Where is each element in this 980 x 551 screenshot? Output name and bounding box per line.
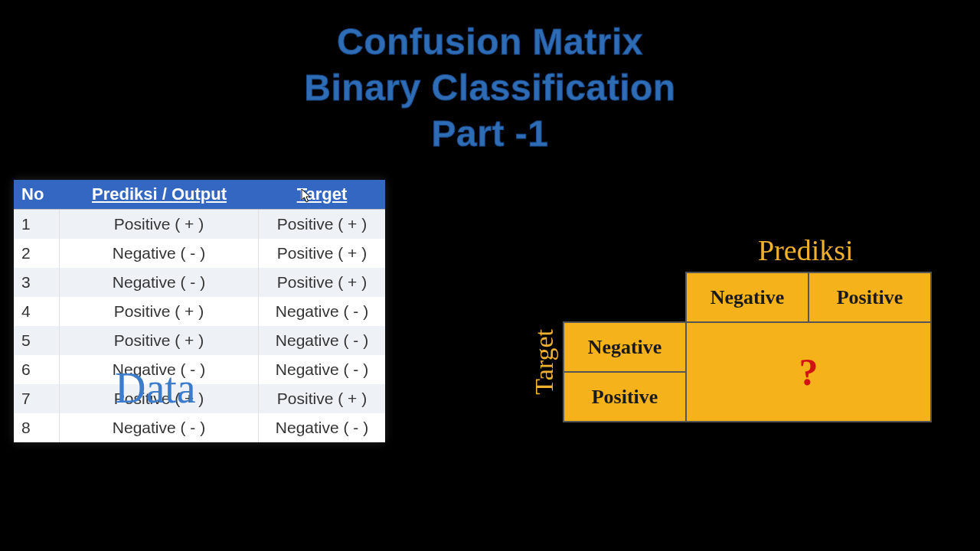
header-prediksi: Prediksi / Output	[60, 180, 259, 209]
table-row: 7Positive ( + )Positive ( + )	[14, 384, 385, 413]
table-row: 1Positive ( + )Positive ( + )	[14, 210, 385, 239]
cell-target: Positive ( + )	[259, 384, 385, 413]
cell-prediksi: Positive ( + )	[60, 297, 259, 326]
cell-target: Positive ( + )	[259, 210, 385, 239]
data-overlay-label: Data	[115, 364, 196, 412]
cm-col-positive: Positive	[808, 272, 931, 322]
table-row: 4Positive ( + )Negative ( - )	[14, 297, 385, 326]
cell-prediksi: Negative ( - )	[60, 413, 259, 442]
title-line-2: Binary Classification	[0, 65, 980, 111]
cell-no: 5	[14, 326, 60, 355]
cell-target: Negative ( - )	[259, 413, 385, 442]
cm-row-positive: Positive	[564, 372, 686, 422]
cell-target: Negative ( - )	[259, 326, 385, 355]
cell-no: 3	[14, 268, 60, 297]
cell-no: 4	[14, 297, 60, 326]
cell-target: Positive ( + )	[259, 268, 385, 297]
cell-prediksi: Positive ( + )	[60, 210, 259, 239]
cell-prediksi: Negative ( - )	[60, 268, 259, 297]
cell-no: 8	[14, 413, 60, 442]
header-target: Target	[259, 180, 385, 209]
cell-prediksi: Positive ( + )	[60, 326, 259, 355]
axis-label-prediksi: Prediksi	[758, 233, 854, 267]
cell-no: 2	[14, 239, 60, 268]
table-row: 6Negative ( - )Negative ( - )	[14, 355, 385, 384]
table-row: 5Positive ( + )Negative ( - )	[14, 326, 385, 355]
data-table-body: 1Positive ( + )Positive ( + )2Negative (…	[14, 210, 385, 442]
cell-no: 7	[14, 384, 60, 413]
cm-question-mark: ?	[686, 322, 931, 422]
confusion-matrix-grid: Negative Positive Negative ? Positive	[563, 272, 932, 422]
data-table-header: No Prediksi / Output Target	[14, 180, 385, 210]
cell-target: Negative ( - )	[259, 297, 385, 326]
table-row: 2Negative ( - )Positive ( + )	[14, 239, 385, 268]
header-no: No	[14, 180, 60, 209]
cm-empty-corner	[564, 272, 686, 322]
cell-target: Negative ( - )	[259, 355, 385, 384]
table-row: 8Negative ( - )Negative ( - )	[14, 413, 385, 442]
title-line-3: Part -1	[0, 111, 980, 157]
title-line-1: Confusion Matrix	[0, 19, 980, 65]
table-row: 3Negative ( - )Positive ( + )	[14, 268, 385, 297]
data-table: No Prediksi / Output Target 1Positive ( …	[14, 180, 385, 442]
mouse-cursor-icon	[301, 188, 312, 204]
title-block: Confusion Matrix Binary Classification P…	[0, 19, 980, 157]
cell-no: 6	[14, 355, 60, 384]
cm-row-negative: Negative	[564, 322, 686, 372]
cell-no: 1	[14, 210, 60, 239]
axis-label-target: Target	[530, 329, 559, 395]
cm-col-negative: Negative	[686, 272, 808, 322]
cell-prediksi: Negative ( - )	[60, 239, 259, 268]
cell-target: Positive ( + )	[259, 239, 385, 268]
